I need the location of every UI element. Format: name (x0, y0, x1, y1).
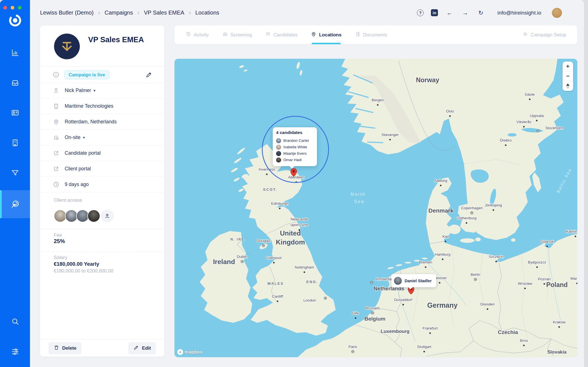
map-label: Germany (427, 301, 458, 309)
forward-arrow-icon[interactable]: → (461, 9, 469, 17)
map-label: upon Tyne (291, 223, 308, 227)
tab-activity[interactable]: Activity (186, 25, 209, 44)
city-marker (505, 144, 507, 146)
city-marker (575, 236, 576, 237)
sidebar-item-filters[interactable] (0, 164, 30, 182)
breadcrumb-item[interactable]: Locations (195, 10, 219, 16)
capital-city-marker-dot (372, 312, 373, 313)
cluster-candidate-row[interactable]: Omar Hadi (276, 157, 314, 163)
user-avatar[interactable] (552, 8, 562, 18)
tab-documents[interactable]: Documents (355, 25, 387, 44)
edit-button[interactable]: Edit (128, 342, 156, 354)
north-arrow-icon (566, 83, 570, 86)
back-arrow-icon[interactable]: ← (445, 9, 454, 17)
sidebar-item-candidates[interactable] (0, 104, 30, 122)
client-portal-link: Client portal (65, 166, 91, 172)
client-portal-row[interactable]: Client portal (40, 161, 164, 177)
sliders-icon (11, 347, 19, 356)
single-marker-popup[interactable]: Daniel Stadler (391, 274, 436, 287)
brand-logo-eye-icon[interactable] (8, 13, 23, 28)
funnel-icon (11, 169, 19, 177)
cluster-candidate-row[interactable]: Isabella White (276, 144, 314, 150)
zoom-out-button[interactable]: − (563, 71, 573, 81)
status-badge[interactable]: Campaign is live (64, 70, 109, 79)
map-pin-icon (53, 119, 59, 125)
zoom-in-button[interactable]: + (563, 62, 573, 71)
map-label: Dresden (480, 302, 494, 306)
chevron-down-icon: ▾ (94, 88, 95, 93)
sidebar-item-companies[interactable] (0, 134, 30, 152)
delete-button[interactable]: Delete (48, 342, 81, 354)
breadcrumb-item[interactable]: Lewiss Butler (Demo) (40, 10, 94, 16)
capital-city-marker-dot (242, 261, 242, 262)
campaign-setup-button[interactable]: Campaign Setup (522, 25, 566, 44)
map-label: Copenhagen (461, 206, 482, 210)
account-email: info@hireinsight.io (497, 10, 541, 16)
window-zoom-button[interactable] (18, 6, 22, 10)
map-label: Slovakia (547, 349, 567, 355)
add-client-button[interactable] (101, 210, 114, 222)
company-row[interactable]: Maritime Technologies (40, 98, 164, 114)
refresh-icon[interactable]: ↻ (477, 9, 485, 17)
compass-button[interactable] (563, 81, 573, 91)
city-marker (377, 104, 379, 106)
map-label: Brno (520, 338, 528, 343)
cluster-popup[interactable]: 4 candidates Brandon CarterIsabella Whit… (273, 127, 317, 166)
sidebar-item-preferences[interactable] (0, 342, 30, 360)
map-label: Sea (354, 199, 364, 204)
breadcrumb-item[interactable]: Campaigns (105, 10, 133, 16)
map-label: Gothenburg (456, 216, 476, 220)
external-link-icon (53, 166, 59, 172)
candidate-portal-row[interactable]: Candidate portal (40, 145, 164, 161)
breadcrumb-item[interactable]: VP Sales EMEA (144, 10, 184, 16)
map-label: Kaliningrad (566, 229, 577, 234)
client-access-label: Client access (54, 197, 82, 203)
sidebar-item-inbox[interactable] (0, 74, 30, 92)
capital-city-marker-dot (371, 282, 372, 283)
sidebar-item-campaigns[interactable] (0, 195, 30, 213)
campaign-owner-row[interactable]: Nick Palmer ▾ (40, 83, 164, 98)
window-close-button[interactable] (3, 6, 7, 10)
pencil-icon[interactable] (145, 71, 153, 78)
capital-city-marker-dot (325, 298, 326, 298)
client-avatar[interactable] (87, 210, 100, 222)
help-icon[interactable]: ? (417, 10, 424, 16)
candidate-name: Isabella White (283, 145, 307, 149)
city-marker (279, 208, 281, 209)
map-label: WALES (267, 281, 284, 286)
sidebar (0, 0, 30, 367)
map-pin-aberdeen[interactable] (290, 168, 297, 178)
linkedin-icon[interactable]: in (431, 9, 438, 16)
campaign-title: VP Sales EMEA (88, 36, 144, 44)
breadcrumb-separator-icon: › (189, 9, 191, 17)
map-base-layer: NorwayDenmarkUnitedKingdomIrelandGermany… (174, 59, 577, 357)
info-circle-icon (53, 71, 59, 78)
map-label: United (280, 229, 301, 237)
map-label: Aalborg (434, 178, 447, 183)
breadcrumb-separator-icon: › (137, 9, 139, 17)
sidebar-item-analytics[interactable] (0, 44, 30, 62)
map-label: Liverpool (266, 256, 282, 260)
city-marker (543, 283, 545, 285)
tab-locations[interactable]: Locations (311, 25, 341, 44)
map-label: ENG. (306, 280, 318, 284)
work-mode-row[interactable]: On-site ▾ (40, 130, 164, 145)
map-canvas[interactable]: NorwayDenmarkUnitedKingdomIrelandGermany… (174, 59, 577, 357)
map-label: Kingdom (276, 238, 305, 246)
map-label: Örebro (500, 138, 512, 142)
city-marker (423, 351, 425, 352)
cluster-candidate-row[interactable]: Brandon Carter (276, 137, 314, 144)
capital-city-marker-dot (537, 130, 538, 131)
tab-screening[interactable]: Screening (222, 25, 252, 44)
city-marker (402, 304, 404, 305)
window-minimize-button[interactable] (11, 6, 14, 10)
mapbox-attribution[interactable]: ✦ mapbox (177, 349, 202, 355)
city-marker (389, 139, 391, 140)
cluster-candidate-row[interactable]: Maartje Evers (276, 150, 314, 157)
city-marker (466, 222, 467, 224)
map-label: Gävle (525, 92, 535, 97)
location-row[interactable]: Rotterdam, Netherlands (40, 114, 164, 130)
tab-candidates[interactable]: Candidates (265, 25, 297, 44)
client-access-avatars (54, 210, 114, 222)
sidebar-item-search[interactable] (0, 312, 30, 330)
